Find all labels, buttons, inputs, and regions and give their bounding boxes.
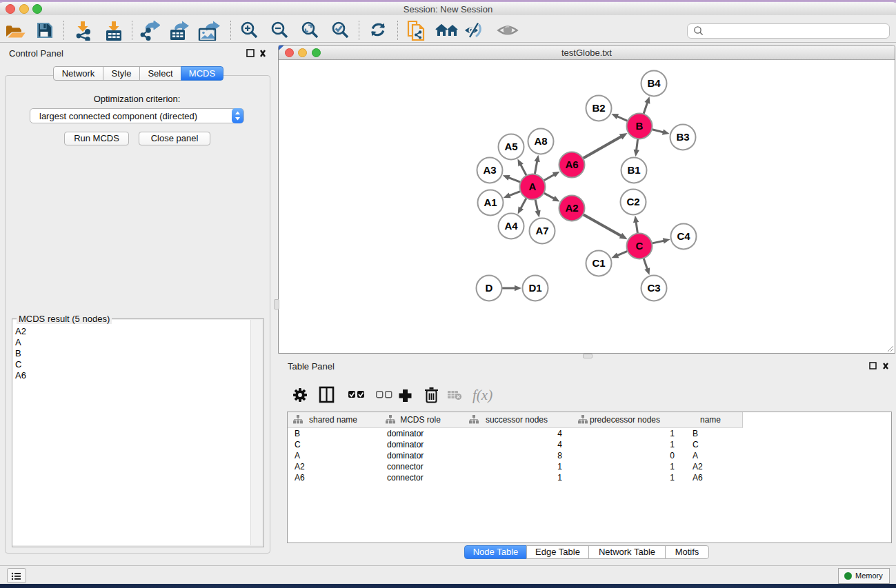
svg-text:A7: A7 [535,225,548,236]
svg-text:A: A [529,181,537,192]
svg-text:A6: A6 [565,159,578,170]
svg-text:D1: D1 [528,282,541,294]
svg-text:B3: B3 [676,131,689,143]
svg-text:C4: C4 [677,230,690,242]
svg-text:D: D [486,282,493,294]
svg-text:A2: A2 [565,202,578,214]
svg-text:B1: B1 [627,164,640,176]
svg-text:B4: B4 [647,77,661,89]
svg-text:A4: A4 [504,220,518,232]
svg-text:C1: C1 [592,257,605,269]
svg-text:C3: C3 [647,282,660,294]
svg-text:B: B [636,120,644,132]
svg-text:C2: C2 [626,196,639,207]
svg-text:A8: A8 [534,135,547,147]
svg-text:f(x): f(x) [472,387,492,403]
svg-text:A1: A1 [484,196,497,208]
svg-text:A5: A5 [504,141,517,152]
svg-text:C: C [636,240,644,252]
svg-text:B2: B2 [592,102,605,114]
svg-text:A3: A3 [483,164,496,176]
